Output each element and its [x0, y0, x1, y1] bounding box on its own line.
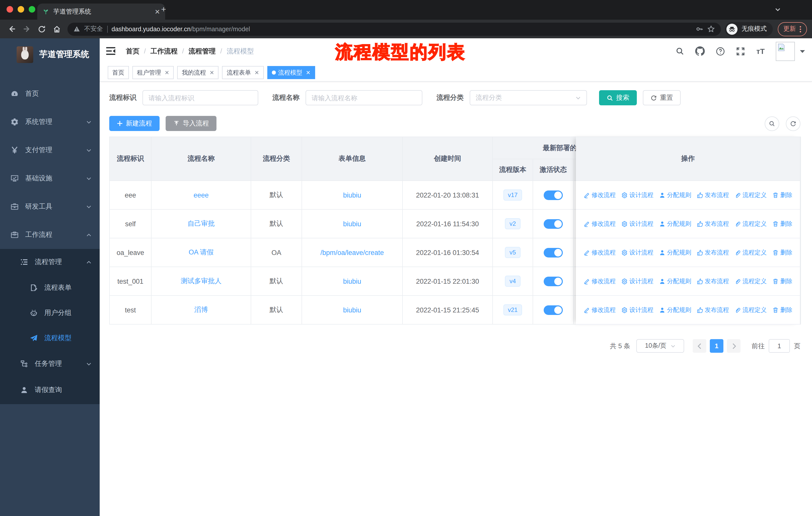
form-info-link[interactable]: biubiu [343, 220, 361, 227]
action-publish[interactable]: 发布流程 [697, 277, 729, 286]
close-icon[interactable]: ✕ [306, 69, 310, 76]
action-assign[interactable]: 分配规则 [659, 191, 691, 199]
window-zoom-button[interactable] [29, 6, 35, 12]
window-minimize-button[interactable] [18, 6, 24, 12]
action-delete[interactable]: 删除 [772, 306, 792, 314]
tag-流程模型[interactable]: 流程模型✕ [267, 66, 315, 79]
action-publish[interactable]: 发布流程 [697, 306, 729, 314]
breadcrumb-home[interactable]: 首页 [126, 47, 140, 56]
page-number-1[interactable]: 1 [710, 339, 723, 353]
next-page-button[interactable] [727, 339, 741, 353]
back-icon[interactable] [5, 22, 18, 35]
action-assign[interactable]: 分配规则 [659, 277, 691, 286]
action-assign[interactable]: 分配规则 [659, 306, 691, 314]
sidebar-item-task-mgmt[interactable]: 任务管理 [0, 351, 100, 377]
process-name-link[interactable]: eeee [194, 191, 209, 199]
url-text[interactable]: dashboard.yudao.iocoder.cn/bpm/manager/m… [112, 25, 250, 32]
close-icon[interactable]: ✕ [165, 69, 169, 76]
process-name-link[interactable]: 测试多审批人 [181, 277, 222, 285]
action-edit[interactable]: 修改流程 [583, 191, 616, 199]
active-toggle[interactable] [544, 305, 563, 315]
browser-menu-dots-icon[interactable] [800, 25, 802, 32]
help-icon[interactable] [716, 47, 725, 56]
sidebar-item-process-form[interactable]: 流程表单 [0, 275, 100, 300]
action-edit[interactable]: 修改流程 [583, 306, 616, 314]
browser-tab[interactable]: 芋道管理系统 ✕ [37, 3, 165, 20]
header-search-icon[interactable] [676, 47, 685, 55]
form-info-link[interactable]: /bpm/oa/leave/create [320, 249, 384, 256]
user-avatar[interactable] [776, 42, 795, 61]
window-close-button[interactable] [6, 6, 13, 12]
action-assign[interactable]: 分配规则 [659, 219, 691, 228]
action-design[interactable]: 设计流程 [621, 219, 654, 228]
tab-search-caret-icon[interactable] [775, 6, 781, 12]
refresh-table-button[interactable] [786, 116, 801, 131]
breadcrumb-process-mgmt[interactable]: 流程管理 [188, 47, 216, 56]
bookmark-star-icon[interactable] [707, 25, 715, 33]
incognito-badge[interactable]: 无痕模式 [725, 22, 773, 36]
sidebar-item-workflow[interactable]: 工作流程 [0, 221, 100, 249]
action-definition[interactable]: 流程定义 [734, 219, 767, 228]
close-icon[interactable]: ✕ [209, 69, 214, 76]
page-size-select[interactable]: 10条/页 [636, 339, 684, 353]
action-delete[interactable]: 删除 [772, 277, 792, 286]
sidebar-item-devtools[interactable]: 研发工具 [0, 192, 100, 221]
sidebar-collapse-icon[interactable] [106, 46, 117, 57]
security-label[interactable]: 不安全 [84, 25, 103, 33]
action-publish[interactable]: 发布流程 [697, 191, 729, 199]
home-icon[interactable] [50, 22, 63, 35]
process-id-input[interactable] [142, 90, 258, 105]
action-publish[interactable]: 发布流程 [697, 219, 729, 228]
reset-button[interactable]: 重置 [643, 90, 680, 105]
tag-首页[interactable]: 首页 [108, 66, 129, 79]
tag-租户管理[interactable]: 租户管理✕ [133, 66, 174, 79]
active-toggle[interactable] [544, 276, 563, 286]
reload-icon[interactable] [35, 22, 48, 35]
action-edit[interactable]: 修改流程 [583, 219, 616, 228]
action-delete[interactable]: 删除 [772, 248, 792, 257]
active-toggle[interactable] [544, 190, 563, 200]
tag-流程表单[interactable]: 流程表单✕ [222, 66, 264, 79]
action-assign[interactable]: 分配规则 [659, 248, 691, 257]
action-definition[interactable]: 流程定义 [734, 191, 767, 199]
address-bar[interactable]: 不安全 dashboard.yudao.iocoder.cn/bpm/manag… [67, 22, 721, 35]
sidebar-item-user-group[interactable]: 用户分组 [0, 300, 100, 326]
action-design[interactable]: 设计流程 [621, 306, 654, 314]
fullscreen-icon[interactable] [736, 47, 745, 56]
action-design[interactable]: 设计流程 [621, 248, 654, 257]
process-name-link[interactable]: OA 请假 [188, 248, 213, 256]
create-process-button[interactable]: 新建流程 [109, 116, 160, 131]
forward-icon[interactable] [20, 22, 33, 35]
sidebar-item-process-mgmt[interactable]: 流程管理 [0, 249, 100, 275]
action-definition[interactable]: 流程定义 [734, 248, 767, 257]
process-name-link[interactable]: 自己审批 [187, 220, 215, 227]
new-tab-button[interactable]: + [161, 5, 166, 14]
avatar-caret-icon[interactable] [800, 49, 805, 53]
github-icon[interactable] [695, 46, 705, 56]
sidebar-item-infra[interactable]: 基础设施 [0, 164, 100, 192]
action-definition[interactable]: 流程定义 [734, 306, 767, 314]
action-edit[interactable]: 修改流程 [583, 248, 616, 257]
sidebar-item-process-model[interactable]: 流程模型 [0, 326, 100, 351]
browser-update-button[interactable]: 更新 [778, 22, 807, 36]
prev-page-button[interactable] [693, 339, 706, 353]
import-process-button[interactable]: 导入流程 [166, 116, 216, 131]
action-design[interactable]: 设计流程 [621, 277, 654, 286]
sidebar-item-home[interactable]: 首页 [0, 80, 100, 108]
goto-page-input[interactable] [769, 339, 790, 353]
action-edit[interactable]: 修改流程 [583, 277, 616, 286]
security-warning-icon[interactable] [74, 26, 80, 32]
process-name-input[interactable] [306, 90, 423, 105]
action-design[interactable]: 设计流程 [621, 191, 654, 199]
action-publish[interactable]: 发布流程 [697, 248, 729, 257]
tag-我的流程[interactable]: 我的流程✕ [177, 66, 219, 79]
tab-close-icon[interactable]: ✕ [154, 8, 160, 16]
sidebar-item-leave-query[interactable]: 请假查询 [0, 377, 100, 403]
show-search-toggle-button[interactable] [765, 116, 779, 131]
sidebar-item-system[interactable]: 系统管理 [0, 108, 100, 136]
sidebar-item-payment[interactable]: 支付管理 [0, 136, 100, 164]
form-info-link[interactable]: biubiu [343, 306, 361, 314]
close-icon[interactable]: ✕ [255, 69, 259, 76]
active-toggle[interactable] [544, 248, 563, 257]
active-toggle[interactable] [544, 219, 563, 228]
